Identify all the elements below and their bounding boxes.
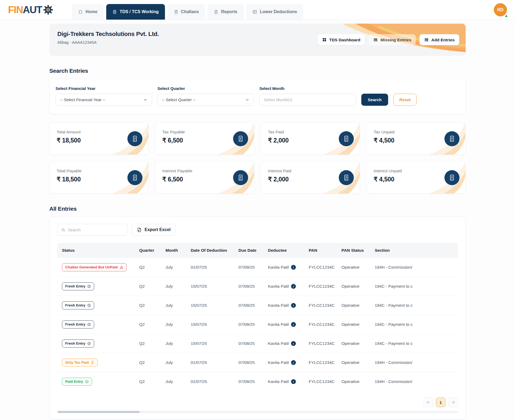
stat-card-tax-payable: Tax Payable ₹ 6,500 — [155, 122, 254, 155]
info-icon[interactable]: i — [291, 284, 296, 289]
search-button[interactable]: Search — [361, 94, 388, 106]
check-circle-icon — [85, 380, 89, 384]
stat-card-tax-paid: Tax Paid ₹ 2,000 — [261, 122, 360, 155]
pan-status-cell: Operative — [338, 353, 371, 372]
due-date-cell: 07/08/25 — [235, 258, 264, 277]
info-icon[interactable]: i — [291, 265, 296, 270]
tab-tds-tcs-working[interactable]: TDS / TCS Working — [106, 4, 165, 20]
pan-status-cell: Operative — [338, 258, 371, 277]
horizontal-scrollbar[interactable] — [57, 411, 458, 413]
due-date-cell: 07/08/25 — [235, 315, 264, 334]
tab-home[interactable]: Home — [72, 4, 104, 20]
due-date-cell: 07/08/25 — [235, 277, 264, 296]
column-header-section: Section — [371, 243, 458, 258]
status-badge: Fresh Entry — [62, 320, 94, 328]
column-header-deductee: Deductee — [264, 243, 305, 258]
entries-table-wrap: StatusQuarterMonthDate Of DeductionDue D… — [57, 243, 458, 391]
top-navigation-bar: FINAUT HomeTDS / TCS Workin — [0, 0, 515, 20]
deductee-cell: Kavita Patili — [264, 315, 305, 334]
stats-grid: Total Amount ₹ 18,500 Tax Payable ₹ 6,50… — [49, 122, 466, 194]
table-icon — [424, 37, 429, 42]
card-icon — [252, 9, 257, 14]
tds-dashboard-button[interactable]: TDS Dashboard — [318, 34, 365, 45]
info-icon[interactable]: i — [291, 379, 296, 384]
table-search-input[interactable] — [68, 228, 124, 232]
date-of-deduction-cell: 15/07/25 — [187, 296, 235, 315]
column-header-quarter: Quarter — [135, 243, 162, 258]
pagination-prev-button[interactable] — [424, 397, 433, 407]
receipt-icon — [444, 170, 459, 185]
pagination-next-button[interactable] — [448, 397, 458, 407]
info-icon[interactable]: i — [291, 303, 296, 308]
quarter-label: Select Quarter — [157, 86, 254, 91]
table-row: Fresh EntryQ2July15/07/2507/08/25Kavita … — [57, 315, 458, 334]
section-cell: 194C - Payment to c — [371, 315, 458, 334]
export-excel-button[interactable]: Export Excel — [132, 224, 176, 236]
clock-icon — [87, 342, 91, 345]
company-header-card: Digi-Trekkers Techsolutions Pvt. Ltd. Al… — [49, 24, 466, 56]
status-badge: Fresh Entry — [62, 339, 94, 348]
month-label: Select Month — [259, 86, 356, 91]
pan-status-cell: Operative — [338, 277, 371, 296]
pagination: 1 — [57, 397, 458, 407]
deductee-cell: Kavita Patili — [264, 258, 305, 277]
info-icon[interactable]: i — [291, 322, 296, 327]
tab-challans[interactable]: Challans — [168, 4, 205, 20]
info-icon[interactable]: i — [291, 341, 296, 346]
receipt-icon — [127, 170, 142, 185]
stat-card-interest-paid: Interest Paid ₹ 2,000 — [261, 161, 360, 194]
add-entries-button[interactable]: Add Entries — [420, 34, 459, 45]
main-content: Digi-Trekkers Techsolutions Pvt. Ltd. Al… — [49, 20, 466, 420]
user-avatar-wrap: RD — [494, 0, 507, 20]
deductee-cell: Kavita Patili — [264, 296, 305, 315]
stat-label: Interest Unpaid — [374, 169, 458, 173]
month-cell: July — [162, 353, 187, 372]
clock-icon — [87, 323, 91, 326]
home-icon — [78, 9, 83, 14]
receipt-icon — [339, 170, 354, 185]
financial-year-select[interactable]: -- Select Financial Year -- — [56, 94, 152, 106]
quarter-select[interactable]: -- Select Quarter -- — [157, 94, 254, 106]
column-header-pan-status: PAN Status — [338, 243, 371, 258]
stat-card-total-payable: Total Payable ₹ 18,500 — [49, 161, 149, 194]
stat-label: Interest Payable — [162, 169, 247, 173]
financial-year-field: Select Financial Year -- Select Financia… — [56, 86, 152, 106]
pan-status-cell: Operative — [338, 334, 371, 353]
stat-card-interest-payable: Interest Payable ₹ 6,500 — [155, 161, 254, 194]
table-row: Fresh EntryQ2July15/07/2507/08/25Kavita … — [57, 334, 458, 353]
warning-triangle-icon — [120, 265, 123, 269]
quarter-cell: Q2 — [135, 353, 162, 372]
gear-icon — [43, 5, 53, 15]
section-cell: 194H - Commission/ — [371, 372, 458, 391]
tab-lower-deductions[interactable]: Lower Deductions — [246, 4, 303, 20]
reset-button[interactable]: Reset — [393, 94, 417, 106]
deductee-cell: Kavita Patili — [264, 353, 305, 372]
table-search-box — [57, 224, 127, 236]
month-cell: July — [162, 372, 187, 391]
chevron-down-icon — [245, 98, 249, 102]
due-date-cell: 07/08/25 — [235, 353, 264, 372]
missing-entries-button[interactable]: Missing Entries — [369, 34, 416, 45]
avatar[interactable]: RD — [494, 3, 507, 16]
month-cell: July — [162, 277, 187, 296]
export-file-icon — [137, 227, 142, 232]
date-of-deduction-cell: 15/07/25 — [187, 315, 235, 334]
stat-label: Tax Payable — [162, 130, 247, 134]
all-entries-card: Export Excel StatusQuarterMonthDate Of D… — [49, 217, 466, 419]
status-badge: Fresh Entry — [62, 301, 94, 309]
section-cell: 194C - Payment to c — [371, 334, 458, 353]
clipboard-icon — [174, 10, 178, 14]
logo-text: FINAUT — [8, 4, 42, 16]
stat-label: Total Payable — [57, 169, 141, 173]
date-of-deduction-cell: 01/07/25 — [187, 258, 235, 277]
status-cell: Fresh Entry — [57, 296, 135, 315]
app-logo[interactable]: FINAUT — [8, 0, 53, 20]
due-date-cell: 07/08/25 — [235, 372, 264, 391]
tab-reports[interactable]: Reports — [208, 4, 243, 20]
horizontal-scrollbar-thumb[interactable] — [58, 411, 139, 413]
pagination-page-1-button[interactable]: 1 — [436, 397, 446, 407]
info-icon[interactable]: i — [291, 360, 296, 365]
month-input[interactable] — [259, 94, 356, 106]
status-cell: Challan Generated But UnPaid — [57, 258, 135, 277]
receipt-icon — [444, 131, 459, 146]
